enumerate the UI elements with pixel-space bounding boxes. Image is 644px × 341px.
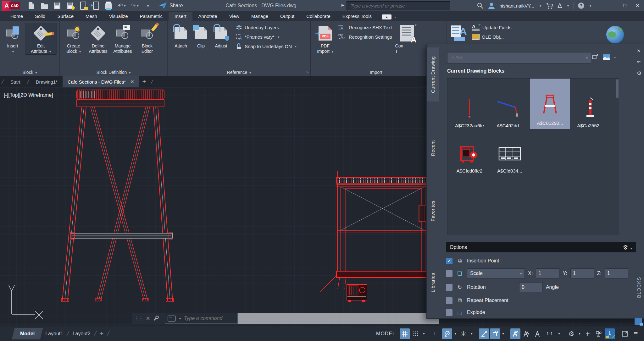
filter-caret-icon[interactable]: ▾ bbox=[586, 56, 588, 60]
ribbon-tab-express-tools[interactable]: Express Tools bbox=[336, 12, 378, 21]
isolate-objects-button[interactable] bbox=[594, 328, 604, 339]
palette-tab-favorites[interactable]: Favorites bbox=[427, 197, 439, 224]
recent-commands-caret-icon[interactable]: ▾ bbox=[179, 317, 181, 320]
options-collapse-caret-icon[interactable]: ▾ bbox=[630, 247, 632, 250]
recognition-settings-button[interactable]: PDF↳A⚙ Recognition Settings bbox=[338, 32, 392, 41]
attach-button[interactable]: Attach bbox=[171, 23, 191, 49]
app-store-cart-icon[interactable] bbox=[546, 2, 553, 9]
update-fields-button[interactable]: A⟳ Update Fields bbox=[472, 23, 512, 32]
save-button[interactable] bbox=[53, 2, 61, 9]
minimize-button[interactable]: – bbox=[608, 3, 616, 9]
signed-in-user[interactable]: nishant.naikVY... bbox=[499, 3, 534, 8]
undo-button[interactable]: ↶▾ bbox=[118, 2, 125, 9]
search-expand-icon[interactable]: ▶ bbox=[341, 3, 344, 7]
frames-vary-dropdown[interactable]: (x) *Frames vary* ▾ bbox=[236, 32, 297, 41]
block-filter-input[interactable] bbox=[451, 55, 571, 61]
ribbon-minimize-button[interactable]: ▲ bbox=[382, 14, 391, 19]
block-item[interactable]: A$Cfd034... bbox=[490, 126, 530, 177]
object-snap-tracking-toggle[interactable] bbox=[479, 328, 489, 339]
field-button[interactable]: A bbox=[450, 23, 469, 43]
layout1-tab[interactable]: Layout1 bbox=[45, 331, 63, 337]
help-search-input[interactable] bbox=[350, 3, 439, 9]
model-space-tab[interactable]: Model bbox=[12, 328, 43, 339]
command-history-strip[interactable] bbox=[238, 313, 439, 324]
rotation-input[interactable] bbox=[519, 282, 543, 292]
ribbon-tab-surface[interactable]: Surface bbox=[51, 12, 80, 21]
customization-menu-button[interactable]: ≡ bbox=[631, 328, 641, 339]
block-item-selected[interactable]: A$C81290... bbox=[530, 79, 570, 129]
recognize-shx-text-button[interactable]: PDF↳A Recognize SHX Text bbox=[338, 23, 392, 32]
close-button[interactable]: ✕ bbox=[633, 3, 641, 9]
block-item[interactable]: A$C232aa6fe bbox=[449, 81, 490, 131]
ribbon-tab-home[interactable]: Home bbox=[4, 12, 29, 21]
workspace-gear-button[interactable]: ⚙ bbox=[566, 328, 576, 339]
view-options-caret-icon[interactable]: ▾ bbox=[614, 56, 616, 59]
insert-block-button[interactable]: Insert ▾ bbox=[3, 23, 23, 54]
redo-button[interactable]: ↷▾ bbox=[131, 2, 138, 9]
clip-button[interactable]: Clip bbox=[193, 23, 209, 49]
command-customize-wrench-icon[interactable] bbox=[153, 316, 159, 321]
new-layout-button[interactable]: + bbox=[100, 330, 103, 338]
ole-object-button[interactable]: OLE Obj... bbox=[472, 32, 512, 41]
ribbon-tab-view[interactable]: View bbox=[223, 12, 245, 21]
plot-button[interactable] bbox=[105, 2, 113, 9]
autodesk-logo-icon[interactable]: Δ bbox=[558, 2, 562, 9]
blocks-scrollbar[interactable] bbox=[616, 79, 619, 98]
block-definition-panel-label[interactable]: Block Definition ▾ bbox=[60, 70, 167, 75]
open-from-mobile-button[interactable] bbox=[79, 2, 87, 9]
block-item[interactable]: A$Cfcd0ffe2 bbox=[449, 126, 490, 177]
maximize-button[interactable]: □ bbox=[621, 3, 629, 9]
command-input[interactable] bbox=[183, 315, 232, 322]
annotation-scale-value[interactable]: 1:1 bbox=[543, 328, 556, 339]
graphics-performance-button[interactable] bbox=[605, 328, 615, 339]
pdf-import-button[interactable]: ➜PDF PDF Import ▾ bbox=[315, 23, 335, 54]
ribbon-minimize-caret-icon[interactable]: ▾ bbox=[394, 15, 396, 19]
options-gear-icon[interactable]: ⚙ bbox=[623, 244, 628, 251]
reference-panel-label[interactable]: Reference ▾ bbox=[168, 70, 310, 75]
explode-checkbox[interactable] bbox=[446, 309, 452, 316]
reference-dialog-launcher-icon[interactable]: ⇘ bbox=[306, 70, 309, 74]
ortho-toggle[interactable]: ∟ bbox=[431, 328, 441, 339]
command-input-box[interactable]: ▾ bbox=[165, 313, 238, 324]
command-bar-close-icon[interactable]: ✕ bbox=[146, 316, 150, 322]
underlay-layers-button[interactable]: Underlay Layers bbox=[236, 23, 297, 32]
clean-screen-button[interactable] bbox=[620, 328, 630, 339]
palette-autohide-icon[interactable]: ⇤ bbox=[637, 59, 641, 64]
adjust-button[interactable]: Adjust bbox=[211, 23, 231, 49]
palette-tab-libraries[interactable]: Libraries bbox=[427, 269, 439, 296]
model-space-indicator[interactable]: MODEL bbox=[376, 331, 396, 337]
help-caret-icon[interactable]: ▾ bbox=[590, 4, 591, 8]
annotation-scale-button[interactable] bbox=[532, 328, 542, 339]
polar-caret-icon[interactable]: ▾ bbox=[453, 332, 458, 336]
layout2-tab[interactable]: Layout2 bbox=[73, 331, 91, 337]
workspace-caret-icon[interactable]: ▾ bbox=[577, 332, 582, 336]
palette-properties-gear-icon[interactable]: ⚙ bbox=[637, 70, 641, 77]
snap-mode-toggle[interactable] bbox=[411, 328, 421, 339]
ribbon-tab-insert[interactable]: Insert bbox=[169, 12, 192, 21]
ribbon-tab-solid[interactable]: Solid bbox=[29, 12, 51, 21]
snap-caret-icon[interactable]: ▾ bbox=[422, 332, 426, 336]
search-icon[interactable] bbox=[477, 2, 484, 9]
polar-tracking-toggle[interactable] bbox=[442, 328, 452, 339]
edit-attribute-button[interactable]: Edit Attribute ▾ bbox=[25, 23, 57, 54]
palette-anchor-icon[interactable] bbox=[635, 318, 642, 325]
scale-mode-dropdown[interactable]: Scale ▾ bbox=[467, 268, 525, 278]
new-file-button[interactable] bbox=[28, 2, 35, 9]
insertion-point-checkbox[interactable]: ✓ bbox=[446, 258, 452, 264]
file-tab-cafe-sections[interactable]: Cafe Sections - DWG Files* ✕ bbox=[63, 76, 139, 87]
file-tab-drawing1[interactable]: Drawing1* bbox=[31, 76, 63, 87]
insertion-options-icon[interactable] bbox=[592, 54, 599, 61]
rotation-checkbox[interactable] bbox=[446, 284, 452, 291]
command-bar-grip-icon[interactable]: ⋮⋮ bbox=[135, 316, 143, 321]
isodraft-caret-icon[interactable]: ▾ bbox=[469, 332, 474, 336]
scale-checkbox[interactable] bbox=[446, 270, 452, 277]
create-block-button[interactable]: ✹ Create Block ▾ bbox=[64, 23, 84, 54]
recent-commands-icon[interactable] bbox=[168, 316, 176, 322]
new-tab-button[interactable]: + bbox=[142, 78, 146, 85]
open-file-button[interactable] bbox=[41, 2, 48, 9]
scale-x-input[interactable] bbox=[536, 268, 559, 278]
autodesk-menu-caret-icon[interactable]: ▾ bbox=[567, 4, 569, 8]
ribbon-tab-visualize[interactable]: Visualize bbox=[103, 12, 134, 21]
object-snap-caret-icon[interactable]: ▾ bbox=[501, 332, 505, 336]
palette-close-icon[interactable]: ✕ bbox=[637, 48, 641, 54]
